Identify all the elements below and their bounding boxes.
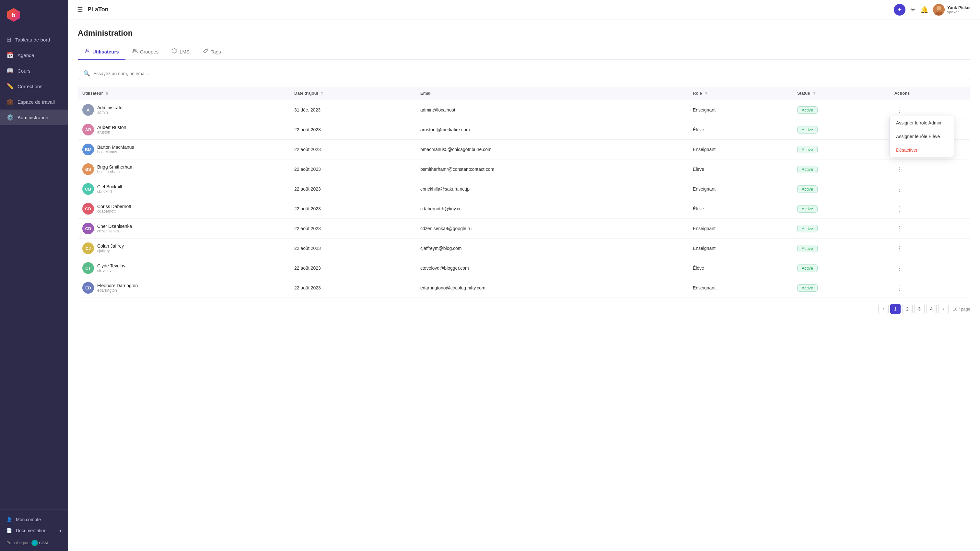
dropdown-item-desactiver[interactable]: Désactiver [889, 143, 954, 157]
cisstech-logo: CISSTECH [31, 539, 48, 546]
actions-button-5[interactable]: ⋮ [894, 204, 905, 213]
user-avatar[interactable]: Yank Picker ypicker [933, 4, 971, 16]
sidebar: b ⊞ Tableau de bord 📅 Agenda 📖 Cours ✏️ … [0, 0, 68, 551]
table-row: CJ Colan Jaffrey cjaffrey 22 août 2023 c… [78, 239, 970, 258]
col-email: Email [416, 86, 688, 100]
menu-icon[interactable]: ☰ [77, 6, 83, 14]
tab-tags[interactable]: Tags [196, 45, 228, 60]
status-badge-1: Active [797, 126, 818, 134]
tab-lms[interactable]: LMS [165, 45, 196, 60]
gear-icon: ⚙️ [6, 114, 14, 121]
cell-actions-6: ⋮ [890, 219, 970, 239]
actions-button-6[interactable]: ⋮ [894, 224, 905, 233]
col-actions: Actions [890, 86, 970, 100]
cell-role-5: Élève [688, 199, 793, 219]
logo[interactable]: b [0, 0, 68, 29]
tab-groupes[interactable]: Groupes [126, 45, 165, 60]
user-login-7: cjaffrey [97, 248, 124, 253]
dropdown-item-assign-eleve[interactable]: Assigner le rôle Élève [889, 130, 954, 143]
actions-button-9[interactable]: ⋮ [894, 283, 905, 292]
page-prev[interactable]: ‹ [878, 304, 889, 314]
user-name-5: Coriss Dabernott [97, 204, 131, 209]
page-2[interactable]: 2 [902, 304, 913, 314]
add-button[interactable]: + [894, 4, 905, 16]
user-login-8: ctevelov [97, 268, 126, 273]
cell-date-0: 31 déc. 2023 [290, 100, 416, 120]
actions-button-0[interactable]: ⋮ [894, 105, 905, 115]
page-3[interactable]: 3 [914, 304, 924, 314]
notification-icon[interactable]: 🔔 [920, 6, 929, 14]
svg-text:CISSTECH: CISSTECH [39, 541, 48, 545]
actions-button-7[interactable]: ⋮ [894, 244, 905, 253]
cell-user-5: CD Coriss Dabernott cdabernott [78, 199, 290, 219]
cell-email-5: cdabernotth@tiny.cc [416, 199, 688, 219]
settings-icon[interactable]: ☀ [910, 6, 916, 14]
sidebar-item-espace[interactable]: 💼 Espace de travail [0, 94, 68, 110]
avatar-info: Yank Picker ypicker [947, 5, 971, 14]
cell-role-0: Enseignant [688, 100, 793, 120]
sidebar-nav: ⊞ Tableau de bord 📅 Agenda 📖 Cours ✏️ Co… [0, 29, 68, 509]
sidebar-item-corrections[interactable]: ✏️ Corrections [0, 78, 68, 94]
cell-date-3: 22 août 2023 [290, 159, 416, 179]
search-input[interactable] [93, 71, 965, 76]
user-login-4: cbrickhill [97, 189, 122, 194]
status-badge-6: Active [797, 225, 818, 233]
sidebar-item-tableau[interactable]: ⊞ Tableau de bord [0, 32, 68, 47]
status-badge-4: Active [797, 185, 818, 193]
dropdown-item-assign-admin[interactable]: Assigner le rôle Admin [889, 116, 954, 130]
cell-user-9: ED Eleonore Darrington edarrington [78, 278, 290, 298]
cell-date-1: 22 août 2023 [290, 120, 416, 140]
table-body: A Administrator admin 31 déc. 2023 admin… [78, 100, 970, 298]
cell-date-7: 22 août 2023 [290, 239, 416, 258]
table-row: CD Cher Dzenisenka cdzenisenka 22 août 2… [78, 219, 970, 239]
sidebar-item-cours[interactable]: 📖 Cours [0, 63, 68, 78]
tabs: Utilisateurs Groupes LMS [78, 45, 970, 60]
cell-date-4: 22 août 2023 [290, 179, 416, 199]
table-row: BS Brigg Smitherham bsmitherham 22 août … [78, 159, 970, 179]
user-avatar-6: CD [82, 223, 94, 234]
svg-point-13 [207, 49, 207, 50]
cell-status-7: Active [793, 239, 890, 258]
sidebar-item-mon-compte[interactable]: 👤 Mon compte [6, 514, 62, 525]
actions-button-3[interactable]: ⋮ [894, 165, 905, 174]
dropdown-menu: Assigner le rôle Admin Assigner le rôle … [889, 116, 954, 157]
page-next[interactable]: › [938, 304, 948, 314]
cell-date-8: 22 août 2023 [290, 258, 416, 278]
sort-icon[interactable]: ⇅ [105, 91, 108, 95]
search-icon: 🔍 [83, 70, 90, 77]
actions-button-8[interactable]: ⋮ [894, 263, 905, 272]
cell-role-6: Enseignant [688, 219, 793, 239]
user-avatar-3: BS [82, 163, 94, 175]
cell-date-2: 22 août 2023 [290, 140, 416, 159]
user-avatar-5: CD [82, 203, 94, 215]
cell-user-0: A Administrator admin [78, 100, 290, 120]
cell-date-9: 22 août 2023 [290, 278, 416, 298]
status-badge-7: Active [797, 245, 818, 252]
table-row: CT Clyde Tevelov ctevelov 22 août 2023 c… [78, 258, 970, 278]
mon-compte-label: Mon compte [16, 517, 41, 522]
status-badge-9: Active [797, 284, 818, 292]
filter-icon[interactable]: ▼ [813, 91, 816, 96]
cell-status-1: Active [793, 120, 890, 140]
sidebar-item-administration[interactable]: ⚙️ Administration [0, 110, 68, 125]
sidebar-item-documentation[interactable]: 📄 Documentation ▾ [6, 525, 62, 536]
status-badge-3: Active [797, 166, 818, 173]
cell-status-0: Active [793, 100, 890, 120]
page-4[interactable]: 4 [926, 304, 937, 314]
topbar: ☰ PLaTon + ☀ 🔔 Yank Picker ypicker [68, 0, 980, 19]
sidebar-item-agenda[interactable]: 📅 Agenda [0, 47, 68, 63]
user-name-7: Colan Jaffrey [97, 244, 124, 248]
cell-email-9: edarringtono@cocolog-nifty.com [416, 278, 688, 298]
user-avatar-9: ED [82, 282, 94, 294]
user-avatar-1: AR [82, 124, 94, 135]
tab-utilisateurs[interactable]: Utilisateurs [78, 45, 126, 60]
documentation-label: Documentation [16, 528, 46, 533]
cell-user-3: BS Brigg Smitherham bsmitherham [78, 159, 290, 179]
cell-date-6: 22 août 2023 [290, 219, 416, 239]
actions-button-4[interactable]: ⋮ [894, 185, 905, 194]
page-1[interactable]: 1 [890, 304, 900, 314]
user-login-6: cdzenisenka [97, 229, 132, 233]
status-badge-0: Active [797, 106, 818, 114]
sort-icon[interactable]: ⇅ [321, 91, 324, 95]
filter-icon[interactable]: ▼ [705, 91, 708, 96]
